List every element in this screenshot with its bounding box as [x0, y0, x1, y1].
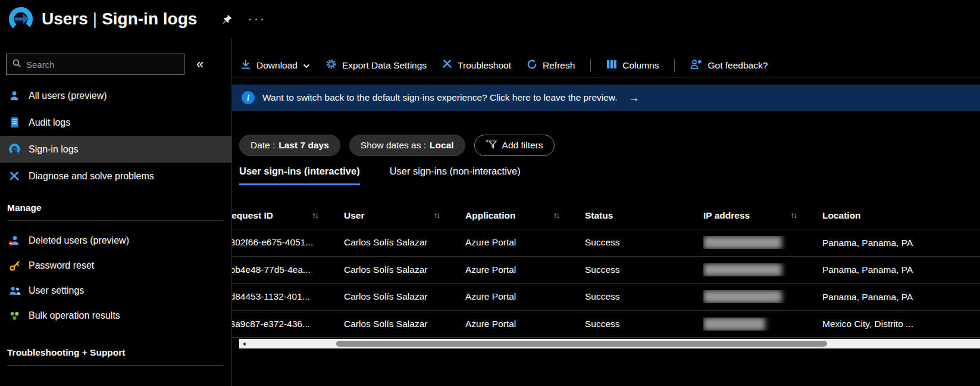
redacted-ip	[703, 236, 782, 249]
column-header-status[interactable]: Status	[585, 210, 703, 221]
scrollbar-thumb[interactable]	[336, 341, 827, 347]
arrow-right-icon: →	[629, 92, 640, 104]
column-label: Request ID	[232, 210, 273, 221]
page-title-secondary: Sign-in logs	[102, 10, 197, 28]
users-icon	[7, 90, 21, 102]
preview-switch-banner[interactable]: i Want to switch back to the default sig…	[232, 85, 980, 111]
column-label: IP address	[703, 210, 750, 221]
user-cell: Carlos Solís Salazar	[344, 291, 465, 302]
application-name: Azure Portal	[465, 237, 516, 248]
scroll-left-icon[interactable]: ◄	[239, 341, 249, 347]
column-header-location[interactable]: Location	[822, 210, 980, 221]
signin-tabs: User sign-ins (interactive) User sign-in…	[232, 166, 980, 185]
request-id-cell: 4bb4e48-77d5-4ea...	[232, 264, 344, 275]
sort-icon[interactable]: ↑↓	[312, 211, 318, 220]
sidebar-item-user-settings[interactable]: User settings	[0, 278, 231, 303]
user-name: Carlos Solís Salazar	[344, 264, 427, 275]
add-filters-pill[interactable]: Add filters	[474, 135, 555, 156]
table-row[interactable]: 0d84453-1132-401... Carlos Solís Salazar…	[232, 284, 980, 311]
table-row[interactable]: 4bb4e48-77d5-4ea... Carlos Solís Salazar…	[232, 257, 980, 284]
sidebar-item-password-reset[interactable]: Password reset	[0, 253, 231, 278]
request-id-cell: 03a9c87-e372-436...	[232, 319, 344, 329]
sidebar-item-all-users[interactable]: All users (preview)	[0, 82, 231, 109]
status-value: Success	[585, 319, 620, 329]
redacted-ip	[703, 317, 765, 331]
location-cell: Panama, Panama, PA	[822, 229, 980, 257]
request-id: 0d84453-1132-401...	[232, 291, 310, 302]
key-icon	[7, 260, 21, 272]
sidebar: « All users (preview)	[0, 38, 232, 386]
signin-logs-table: Request ID ↑↓ User ↑↓ Application ↑↓ Sta…	[232, 202, 980, 338]
sidebar-nav: All users (preview) Audit logs	[0, 82, 231, 189]
sign-in-logs-icon	[7, 143, 21, 155]
signin-logs-logo-icon	[7, 5, 35, 33]
table-header-row: Request ID ↑↓ User ↑↓ Application ↑↓ Sta…	[232, 202, 980, 229]
sidebar-item-diagnose[interactable]: Diagnose and solve problems	[0, 163, 231, 189]
export-data-settings-button[interactable]: Export Data Settings	[325, 58, 427, 72]
user-cell: Carlos Solís Salazar	[344, 237, 465, 248]
user-cell: Carlos Solís Salazar	[344, 319, 465, 329]
application-cell: Azure Portal	[465, 264, 585, 275]
request-id: 8302f66-e675-4051...	[232, 237, 313, 248]
sidebar-collapse-button[interactable]: «	[196, 57, 203, 72]
sidebar-item-bulk-operations[interactable]: Bulk operation results	[0, 303, 231, 328]
troubleshoot-button[interactable]: Troubleshoot	[442, 59, 511, 71]
request-id-cell: 8302f66-e675-4051...	[232, 237, 344, 248]
sidebar-item-label: Bulk operation results	[29, 310, 120, 321]
page-title-separator: |	[93, 10, 97, 28]
ip-cell	[703, 263, 822, 276]
command-bar: Download Export Data Settings	[232, 54, 980, 77]
tab-interactive[interactable]: User sign-ins (interactive)	[239, 166, 360, 185]
got-feedback-button[interactable]: Got feedback?	[690, 59, 768, 72]
date-filter-label: Date :	[251, 140, 275, 151]
download-icon	[240, 59, 251, 72]
sidebar-item-audit-logs[interactable]: Audit logs	[0, 109, 231, 136]
audit-logs-icon	[7, 117, 21, 128]
search-input[interactable]	[26, 60, 179, 70]
status-cell: Success	[585, 319, 703, 329]
ip-cell	[703, 236, 822, 249]
column-label: Location	[822, 210, 861, 221]
application-name: Azure Portal	[465, 319, 516, 329]
download-label: Download	[256, 60, 298, 71]
sort-icon[interactable]: ↑↓	[434, 211, 440, 220]
sidebar-item-deleted-users[interactable]: Deleted users (preview)	[0, 228, 231, 253]
columns-button[interactable]: Columns	[606, 60, 659, 71]
date-filter-value: Last 7 days	[278, 140, 328, 151]
status-value: Success	[585, 264, 620, 275]
horizontal-scrollbar[interactable]: ◄	[239, 339, 980, 348]
export-data-settings-label: Export Data Settings	[342, 60, 427, 71]
application-cell: Azure Portal	[465, 319, 585, 329]
tab-non-interactive[interactable]: User sign-ins (non-interactive)	[390, 166, 521, 185]
column-header-application[interactable]: Application ↑↓	[465, 210, 585, 221]
page-title-primary: Users	[42, 10, 88, 28]
table-row[interactable]: 03a9c87-e372-436... Carlos Solís Salazar…	[232, 311, 980, 338]
sort-icon[interactable]: ↑↓	[553, 211, 559, 220]
status-cell: Success	[585, 264, 703, 275]
troubleshoot-tools-icon	[442, 59, 452, 71]
sidebar-item-label: All users (preview)	[29, 91, 107, 101]
show-dates-filter-pill[interactable]: Show dates as : Local	[349, 135, 465, 156]
column-header-user[interactable]: User ↑↓	[344, 210, 465, 221]
page-title: Users|Sign-in logs	[42, 10, 197, 29]
status-cell: Success	[585, 237, 703, 248]
column-header-request-id[interactable]: Request ID ↑↓	[232, 210, 344, 221]
date-filter-pill[interactable]: Date : Last 7 days	[239, 135, 340, 156]
search-icon	[12, 58, 21, 70]
sort-icon[interactable]: ↑↓	[791, 211, 797, 220]
request-id: 03a9c87-e372-436...	[232, 319, 310, 329]
sidebar-item-label: Deleted users (preview)	[29, 235, 129, 246]
sidebar-manage-nav: Deleted users (preview) Password reset	[0, 228, 231, 328]
table-row[interactable]: 8302f66-e675-4051... Carlos Solís Salaza…	[232, 229, 980, 257]
sidebar-item-sign-in-logs[interactable]: Sign-in logs	[0, 136, 231, 163]
refresh-button[interactable]: Refresh	[527, 59, 575, 72]
download-button[interactable]: Download	[240, 59, 310, 72]
refresh-icon	[527, 59, 537, 72]
location-cell: Mexico City, Distrito ...	[822, 310, 980, 338]
status-value: Success	[585, 291, 620, 302]
banner-text: Want to switch back to the default sign-…	[262, 92, 618, 103]
column-header-ip[interactable]: IP address ↑↓	[703, 210, 822, 221]
location-cell: Panama, Panama, PA	[822, 284, 980, 311]
more-options-icon[interactable]: ···	[248, 13, 266, 26]
pin-icon[interactable]	[222, 14, 232, 24]
